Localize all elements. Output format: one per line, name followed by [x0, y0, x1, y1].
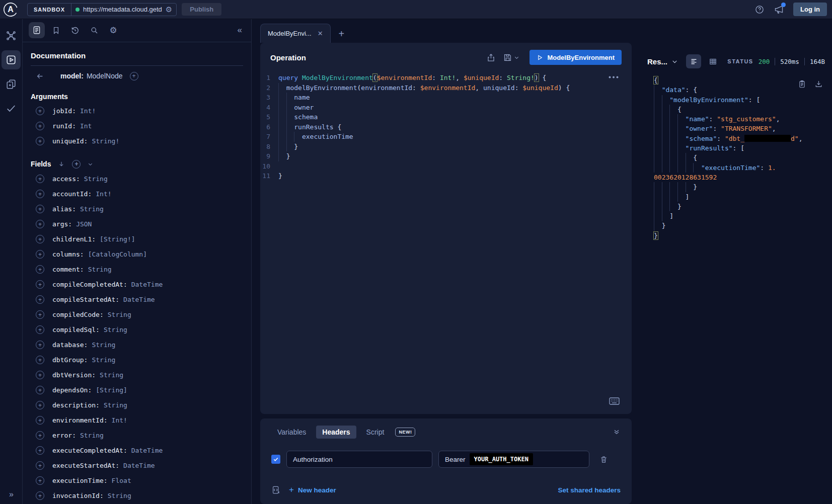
save-options-chevron-icon[interactable]	[514, 55, 519, 60]
code-line-10[interactable]: 10	[260, 161, 632, 172]
indent-guide	[654, 114, 686, 124]
operation-more-menu[interactable]	[609, 76, 619, 78]
download-response-button[interactable]	[814, 79, 823, 89]
new-header-button[interactable]: + New header	[289, 485, 336, 495]
search-tab-button[interactable]	[86, 22, 102, 38]
add-field-button[interactable]	[36, 386, 44, 394]
sort-fields-icon[interactable]	[58, 160, 65, 167]
delete-header-button[interactable]	[599, 455, 608, 464]
auth-token-chip[interactable]: YOUR_AUTH_TOKEN	[470, 453, 533, 465]
docs-tab-button[interactable]	[29, 22, 45, 38]
add-field-button[interactable]	[36, 491, 44, 500]
fields-options-chevron-icon[interactable]	[88, 161, 93, 167]
add-field-button[interactable]	[36, 250, 44, 259]
doc-field-compileCompletedAt: compileCompletedAt:DateTime	[31, 277, 243, 292]
share-operation-button[interactable]	[486, 53, 496, 62]
environment-variables-button[interactable]	[271, 485, 281, 495]
field-type: String	[108, 492, 131, 499]
add-field-button[interactable]	[36, 235, 44, 243]
code-line-6[interactable]: 6runResults {	[260, 122, 632, 132]
history-tab-button[interactable]	[67, 22, 83, 38]
tab-headers[interactable]: Headers	[316, 426, 356, 439]
rail-item-schema[interactable]	[2, 26, 21, 45]
response-dropdown-chevron[interactable]	[671, 58, 678, 65]
field-type: String	[108, 311, 131, 318]
set-shared-headers-link[interactable]: Set shared headers	[558, 486, 621, 494]
add-field-button[interactable]	[36, 280, 44, 289]
add-field-button[interactable]	[36, 431, 44, 440]
operation-editor[interactable]: 1query ModelByEnvironment($environmentId…	[260, 70, 632, 414]
doc-field-database: database:String	[31, 338, 243, 353]
add-field-button[interactable]	[36, 325, 44, 334]
add-field-button[interactable]	[36, 137, 44, 145]
code-line-2[interactable]: 2modelByEnvironment(environmentId: $envi…	[260, 83, 632, 93]
operation-tab[interactable]: ModelByEnvi... ✕	[260, 24, 331, 43]
collapse-request-panel-button[interactable]	[613, 428, 621, 436]
add-field-button[interactable]	[36, 461, 44, 470]
help-button[interactable]	[754, 5, 765, 15]
endpoint-url[interactable]: https://metadata.cloud.getd	[83, 6, 162, 13]
add-type-button[interactable]	[130, 72, 138, 80]
expand-rail-button[interactable]: »	[0, 490, 23, 499]
header-key-input[interactable]	[286, 451, 432, 468]
code-line-8[interactable]: 8}	[260, 142, 632, 152]
code-line-3[interactable]: 3name	[260, 93, 632, 103]
code-line-11[interactable]: 11}	[260, 171, 632, 181]
add-field-button[interactable]	[36, 295, 44, 304]
settings-tab-button[interactable]: ⚙	[105, 22, 121, 38]
status-code: 200	[759, 58, 770, 65]
endpoint-settings-icon[interactable]: ⚙	[166, 6, 172, 13]
rail-item-checklist[interactable]	[2, 74, 21, 94]
rail-item-checks[interactable]	[2, 99, 21, 118]
bookmarks-tab-button[interactable]	[48, 22, 64, 38]
endpoint-url-segment[interactable]: https://metadata.cloud.getd ⚙	[71, 4, 176, 16]
code-line-7[interactable]: 7executionTime	[260, 132, 632, 142]
publish-button[interactable]: Publish	[182, 3, 221, 16]
add-field-button[interactable]	[36, 220, 44, 228]
back-arrow-icon[interactable]	[36, 72, 44, 80]
login-button[interactable]: Log in	[793, 3, 827, 16]
code-line-5[interactable]: 5schema	[260, 112, 632, 122]
collapse-docs-button[interactable]: «	[238, 25, 245, 35]
rail-item-explorer[interactable]	[2, 50, 21, 69]
document-icon	[32, 26, 41, 35]
add-field-button[interactable]	[36, 265, 44, 274]
operation-card: Operation	[260, 43, 632, 414]
header-enabled-checkbox[interactable]	[271, 455, 280, 464]
run-operation-button[interactable]: ModelByEnvironment	[530, 50, 622, 65]
add-field-button[interactable]	[36, 122, 44, 130]
add-field-button[interactable]	[36, 416, 44, 425]
add-all-fields-button[interactable]	[72, 160, 81, 169]
add-field-button[interactable]	[36, 401, 44, 409]
tab-variables[interactable]: Variables	[271, 426, 312, 439]
indent-guide	[654, 105, 677, 115]
response-format-table-button[interactable]	[705, 54, 720, 68]
close-tab-icon[interactable]: ✕	[318, 30, 323, 37]
add-field-button[interactable]	[36, 175, 44, 183]
code-line-1[interactable]: 1query ModelByEnvironment($environmentId…	[260, 73, 632, 83]
copy-response-button[interactable]	[798, 79, 806, 89]
apollo-logo-icon[interactable]	[3, 2, 18, 17]
save-operation-button[interactable]	[503, 53, 512, 62]
tab-script[interactable]: Script	[360, 426, 391, 439]
add-field-button[interactable]	[36, 371, 44, 379]
add-field-button[interactable]	[36, 356, 44, 364]
header-value-field[interactable]: Bearer YOUR_AUTH_TOKEN	[438, 451, 589, 468]
doc-field-childrenL1: childrenL1:[String!]	[31, 232, 243, 247]
keyboard-shortcuts-button[interactable]	[609, 397, 620, 405]
response-format-json-button[interactable]	[686, 54, 701, 68]
arguments-list: jobId:Int!runId:IntuniqueId:String!	[31, 104, 243, 149]
add-field-button[interactable]	[36, 205, 44, 213]
gear-icon: ⚙	[109, 26, 117, 35]
add-field-button[interactable]	[36, 446, 44, 455]
add-field-button[interactable]	[36, 107, 44, 115]
add-field-button[interactable]	[36, 341, 44, 349]
code-line-9[interactable]: 9}	[260, 151, 632, 161]
add-field-button[interactable]	[36, 190, 44, 198]
add-field-button[interactable]	[36, 310, 44, 319]
breadcrumb-type[interactable]: ModelNode	[87, 72, 123, 80]
new-tab-button[interactable]: +	[339, 29, 345, 39]
code-line-4[interactable]: 4owner	[260, 103, 632, 113]
add-field-button[interactable]	[36, 476, 44, 485]
announcements-button[interactable]	[774, 4, 784, 15]
